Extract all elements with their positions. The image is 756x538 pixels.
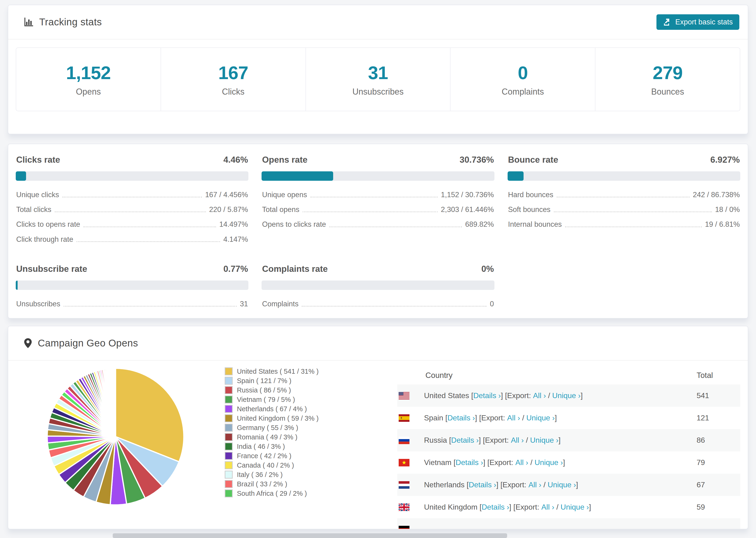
legend-label: Italy ( 36 / 2% ) [237,471,283,479]
bracket: [ [466,480,469,489]
pie-legend: United States ( 541 / 31% )Spain ( 121 /… [215,360,356,529]
bracket: ] [Export: [509,503,541,511]
legend-item-russia[interactable]: Russia ( 86 / 5% ) [225,385,356,395]
geo-title: Campaign Geo Opens [23,338,138,349]
details-link-netherlands[interactable]: Details › [469,480,496,489]
stat-label-clicks: Clicks [222,87,244,97]
flag-icon-ru [399,437,409,444]
export-all-link-united-states[interactable]: All › [533,391,546,400]
tracking-stats-title: Tracking stats [23,17,102,28]
rate-head: Bounce rate6.927% [508,155,740,165]
export-unique-link-united-states[interactable]: Unique › [552,391,581,400]
rate-row-value: 242 / 86.738% [693,190,740,199]
legend-item-spain[interactable]: Spain ( 121 / 7% ) [225,376,356,385]
slash: / [541,480,548,489]
country-cell: United States [Details ›] [Export: All ›… [397,391,697,400]
rate-row-label: Soft bounces [508,205,551,214]
country-cell: Spain [Details ›] [Export: All › / Uniqu… [397,413,697,422]
details-link-russia[interactable]: Details › [451,436,479,445]
rate-row-label: Unique opens [262,190,307,199]
bracket: ] [563,458,565,467]
legend-item-netherlands[interactable]: Netherlands ( 67 / 4% ) [225,404,356,413]
total-cell: 79 [697,458,740,467]
legend-label: France ( 42 / 2% ) [237,452,291,460]
geo-table-row-united-kingdom[interactable]: United Kingdom [Details ›] [Export: All … [397,496,740,518]
country-cell: Netherlands [Details ›] [Export: All › /… [397,480,697,489]
legend-item-romania[interactable]: Romania ( 49 / 3% ) [225,432,356,442]
legend-label: Brazil ( 33 / 2% ) [237,480,287,488]
export-unique-link-vietnam[interactable]: Unique › [535,458,563,467]
stat-value-complaints: 0 [518,62,528,83]
legend-item-italy[interactable]: Italy ( 36 / 2% ) [225,470,356,479]
details-link-united-states[interactable]: Details › [473,391,501,400]
legend-item-france[interactable]: France ( 42 / 2% ) [225,451,356,460]
rate-row-total-opens: Total opens2,303 / 61.446% [261,202,494,217]
rate-row-value: 1,152 / 30.736% [441,190,494,199]
flag-icon-de [399,526,409,529]
flag-icon-us [399,392,409,400]
bracket: [ [454,458,456,467]
geo-table-row-united-states[interactable]: United States [Details ›] [Export: All ›… [397,385,740,407]
export-unique-link-spain[interactable]: Unique › [526,413,555,422]
total-cell: 86 [697,436,740,445]
rate-row-unsubscribes: Unsubscribes31 [16,296,248,311]
legend-item-india[interactable]: India ( 46 / 3% ) [225,442,356,451]
rate-row-internal-bounces: Internal bounces19 / 6.81% [508,217,740,232]
details-link-vietnam[interactable]: Details › [456,458,483,467]
export-unique-link-netherlands[interactable]: Unique › [548,480,576,489]
progress-bar-track [16,171,248,181]
dotted-leader [310,197,438,197]
legend-item-germany[interactable]: Germany ( 55 / 3% ) [225,423,356,432]
rate-value: 0.77% [223,264,248,274]
export-basic-stats-label: Export basic stats [675,18,733,26]
horizontal-scrollbar-thumb[interactable] [113,533,507,538]
rate-row-value: 2,303 / 61.446% [441,205,494,214]
flag-icon-gb [399,504,409,511]
pie-slice-58[interactable] [115,368,116,437]
details-link-united-kingdom[interactable]: Details › [482,503,509,511]
legend-label: Canada ( 40 / 2% ) [237,461,294,469]
stat-box-unsubscribes: 31Unsubscribes [306,48,451,111]
bracket: ] [581,391,583,400]
geo-table-row-spain[interactable]: Spain [Details ›] [Export: All › / Uniqu… [397,407,740,429]
legend-item-united-kingdom[interactable]: United Kingdom ( 59 / 3% ) [225,413,356,423]
bracket: ] [559,436,561,445]
rate-value: 30.736% [460,155,494,165]
export-all-link-netherlands[interactable]: All › [528,480,541,489]
map-pin-icon [23,338,33,349]
legend-item-vietnam[interactable]: Vietnam ( 79 / 5% ) [225,395,356,404]
legend-label: India ( 46 / 3% ) [237,443,285,451]
export-all-link-spain[interactable]: All › [507,413,520,422]
export-basic-stats-button[interactable]: Export basic stats [657,14,739,30]
legend-swatch [225,433,233,441]
rate-row-value: 167 / 4.456% [205,190,248,199]
export-all-link-vietnam[interactable]: All › [515,458,528,467]
rate-row-label: Complaints [262,299,298,308]
rate-value: 4.46% [223,155,248,165]
geo-table-row-vietnam[interactable]: Vietnam [Details ›] [Export: All › / Uni… [397,452,740,474]
export-all-link-russia[interactable]: All › [511,436,524,445]
rate-row-complaints: Complaints0 [261,296,494,311]
export-all-link-united-kingdom[interactable]: All › [541,503,554,511]
legend-item-canada[interactable]: Canada ( 40 / 2% ) [225,460,356,470]
legend-item-united-states[interactable]: United States ( 541 / 31% ) [225,367,356,376]
bar-chart-icon [23,17,34,27]
bracket: ] [Export: [496,480,528,489]
rate-row-label: Total clicks [16,205,51,214]
rate-row-total-clicks: Total clicks220 / 5.87% [16,202,248,217]
geo-table-row-netherlands[interactable]: Netherlands [Details ›] [Export: All › /… [397,474,740,496]
rate-title: Complaints rate [262,264,328,274]
details-link-spain[interactable]: Details › [448,413,475,422]
geo-table-row-partial-row[interactable] [397,518,740,529]
export-unique-link-united-kingdom[interactable]: Unique › [561,503,589,511]
legend-label: Russia ( 86 / 5% ) [237,386,291,394]
stat-box-complaints: 0Complaints [451,48,595,111]
geo-table-row-russia[interactable]: Russia [Details ›] [Export: All › / Uniq… [397,429,740,452]
legend-item-south-africa[interactable]: South Africa ( 29 / 2% ) [225,489,356,498]
export-unique-link-russia[interactable]: Unique › [530,436,559,445]
dotted-leader [63,197,202,197]
rate-head: Unsubscribe rate0.77% [16,264,248,274]
rate-row-unique-opens: Unique opens1,152 / 30.736% [261,187,494,202]
rate-row-value: 4.147% [223,235,248,243]
legend-item-brazil[interactable]: Brazil ( 33 / 2% ) [225,479,356,489]
